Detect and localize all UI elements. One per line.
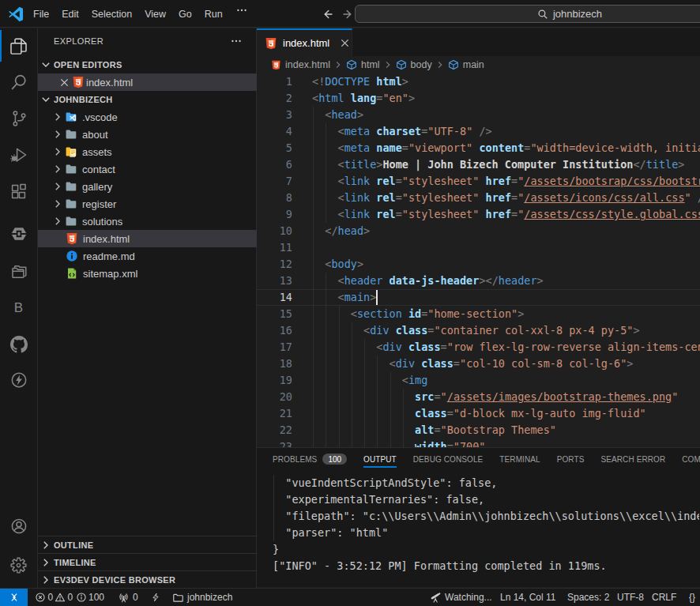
section-outline[interactable]: OUTLINE bbox=[38, 536, 257, 553]
activity-source-control[interactable] bbox=[0, 103, 37, 134]
indent-guide bbox=[313, 190, 314, 206]
indent-guide bbox=[313, 273, 314, 289]
status-problems-error[interactable]: 0 bbox=[35, 589, 53, 606]
xml-icon bbox=[66, 267, 78, 280]
breadcrumb-label: main bbox=[463, 59, 484, 70]
breadcrumb-html[interactable]: html bbox=[346, 59, 380, 70]
tree-item-sitemap-xml[interactable]: sitemap.xml bbox=[38, 265, 257, 282]
status-problems-info[interactable]: 100 bbox=[76, 589, 105, 606]
status-sass-watch[interactable]: Watching... bbox=[430, 589, 492, 606]
panel-tab-label: COMMENTS bbox=[682, 455, 700, 464]
activity-search[interactable] bbox=[0, 66, 37, 98]
menu-go[interactable]: Go bbox=[172, 4, 198, 24]
tree-item-readme-md[interactable]: readme.md bbox=[38, 247, 257, 265]
indent-guide bbox=[313, 389, 314, 405]
tree-item-index-html[interactable]: index.html bbox=[38, 230, 257, 247]
tree-item-contact[interactable]: contact bbox=[38, 160, 257, 178]
folder-icon bbox=[65, 180, 77, 193]
panel-tab-label: DEBUG CONSOLE bbox=[413, 455, 484, 464]
remote-indicator[interactable] bbox=[0, 589, 28, 606]
tree-item-assets[interactable]: assets bbox=[38, 143, 257, 160]
menu-run[interactable]: Run bbox=[198, 4, 229, 24]
close-icon[interactable] bbox=[58, 76, 70, 88]
indent-guide bbox=[313, 322, 314, 339]
activity-accounts[interactable] bbox=[0, 510, 37, 542]
menu-selection[interactable]: Selection bbox=[85, 4, 138, 24]
command-center-search[interactable]: johnbizech bbox=[355, 5, 700, 23]
code-line-15: <section id="home-section"> bbox=[351, 306, 700, 322]
menu-file[interactable]: File bbox=[27, 4, 55, 24]
status-problems-warning[interactable]: 0 bbox=[55, 589, 73, 606]
line-number: 8 bbox=[257, 190, 292, 206]
status-language-mode[interactable]: {} bbox=[689, 589, 695, 606]
activity-github[interactable] bbox=[0, 329, 37, 360]
explorer-rows: OPEN EDITORSindex.htmlJOHNBIZECH.vscodea… bbox=[38, 56, 257, 282]
indent-guide bbox=[313, 289, 314, 306]
error-icon bbox=[35, 592, 46, 603]
tree-item-label: index.html bbox=[83, 233, 130, 245]
status-eol[interactable]: CRLF bbox=[652, 589, 676, 606]
tree-item-register[interactable]: register bbox=[38, 195, 257, 213]
broadcast-icon bbox=[118, 592, 130, 604]
panel-tab-search-error[interactable]: SEARCH ERROR bbox=[600, 448, 665, 470]
tree-item-about[interactable]: about bbox=[38, 126, 257, 143]
menu-more-icon[interactable] bbox=[229, 4, 254, 24]
open-editor-item[interactable]: index.html bbox=[38, 73, 257, 91]
section-label: TIMELINE bbox=[54, 558, 96, 567]
status-text: UTF-8 bbox=[617, 592, 644, 603]
indent-guide bbox=[377, 356, 378, 372]
activity-ev3dev[interactable] bbox=[0, 218, 37, 250]
tree-item-solutions[interactable]: solutions bbox=[38, 213, 257, 230]
open-editor-label: index.html bbox=[86, 77, 133, 88]
tree-item--vscode[interactable]: .vscode bbox=[38, 108, 257, 126]
section-ev3dev-device-browser[interactable]: EV3DEV DEVICE BROWSER bbox=[38, 570, 257, 588]
open-editors-header[interactable]: OPEN EDITORS bbox=[38, 56, 257, 73]
folder-icon bbox=[65, 215, 77, 228]
panel-tab-label: TERMINAL bbox=[499, 455, 540, 464]
breadcrumb-main[interactable]: main bbox=[448, 59, 484, 70]
indent-guide bbox=[390, 405, 391, 422]
status-text: Spaces: 2 bbox=[567, 592, 609, 603]
menu-edit[interactable]: Edit bbox=[55, 4, 85, 24]
tab-index-html[interactable]: index.html bbox=[257, 28, 352, 56]
status-broadcast[interactable]: 0 bbox=[118, 589, 138, 606]
status-project[interactable]: johnbizech bbox=[172, 589, 232, 606]
status-encoding[interactable]: UTF-8 bbox=[617, 589, 644, 606]
activity-run-and-debug[interactable] bbox=[0, 139, 37, 171]
panel-tab-problems[interactable]: PROBLEMS100 bbox=[273, 448, 347, 470]
activity-b-extension[interactable]: B bbox=[0, 292, 37, 324]
forward-button[interactable] bbox=[342, 8, 355, 21]
output-content[interactable]: "vueIndentScriptAndStyle": false, "exper… bbox=[257, 472, 699, 588]
code-editor[interactable]: 1<!DOCTYPE html>2<html lang="en">3<head>… bbox=[257, 73, 700, 447]
tree-item-gallery[interactable]: gallery bbox=[38, 178, 257, 195]
tree-item-label: solutions bbox=[82, 216, 122, 228]
activity-settings[interactable] bbox=[0, 549, 37, 581]
activity-explorer[interactable] bbox=[0, 30, 37, 62]
activity-extensions[interactable] bbox=[0, 175, 37, 207]
indent-guide bbox=[339, 405, 340, 422]
sidebar-more-icon[interactable] bbox=[228, 32, 245, 50]
panel-tab-ports[interactable]: PORTS bbox=[557, 448, 585, 470]
section-timeline[interactable]: TIMELINE bbox=[38, 553, 257, 570]
breadcrumb-body[interactable]: body bbox=[396, 59, 432, 70]
workspace-header[interactable]: JOHNBIZECH bbox=[38, 91, 257, 108]
panel-tab-output[interactable]: OUTPUT bbox=[363, 448, 397, 470]
panel-tab-terminal[interactable]: TERMINAL bbox=[499, 448, 540, 470]
panel-tab-comments[interactable]: COMMENTS bbox=[682, 448, 700, 470]
indent-guide bbox=[326, 322, 326, 339]
indent-guide bbox=[339, 372, 340, 389]
html-icon bbox=[271, 60, 281, 70]
status-zap[interactable] bbox=[151, 589, 160, 606]
status-cursor-position[interactable]: Ln 14, Col 11 bbox=[500, 589, 556, 606]
status-indentation[interactable]: Spaces: 2 bbox=[567, 589, 609, 606]
line-number: 7 bbox=[257, 173, 292, 190]
menu-view[interactable]: View bbox=[138, 4, 172, 24]
activity-project-manager[interactable] bbox=[0, 256, 37, 288]
tab-close-icon[interactable] bbox=[337, 36, 352, 51]
breadcrumb-index-html[interactable]: index.html bbox=[271, 59, 330, 70]
back-button[interactable] bbox=[321, 8, 333, 21]
activity-thunder-client[interactable] bbox=[0, 364, 37, 396]
cube-icon bbox=[396, 59, 407, 70]
panel-tab-debug-console[interactable]: DEBUG CONSOLE bbox=[413, 448, 484, 470]
chevron-right-icon bbox=[40, 574, 52, 586]
